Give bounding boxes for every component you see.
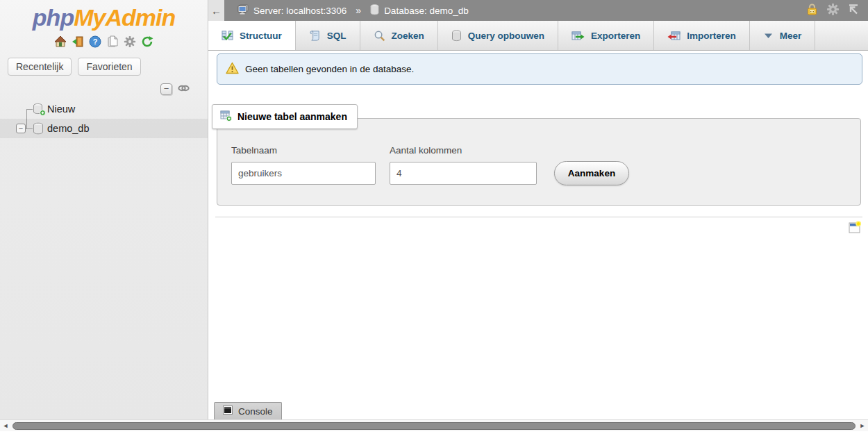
collapse-all-icon[interactable]: − xyxy=(160,83,172,95)
console-bar[interactable]: Console xyxy=(214,402,282,419)
tab-importeren[interactable]: Importeren xyxy=(654,21,750,50)
structure-icon xyxy=(222,30,233,42)
recent-button[interactable]: Recentelijk xyxy=(8,58,72,76)
scrollbar-thumb[interactable] xyxy=(12,422,856,430)
tree-controls: − xyxy=(160,83,190,95)
no-tables-notice: Geen tabellen gevonden in de database. xyxy=(217,53,862,85)
warning-icon xyxy=(226,62,239,76)
back-arrow-button[interactable]: ← xyxy=(208,0,224,21)
settings-icon[interactable] xyxy=(124,35,136,48)
gear-icon[interactable] xyxy=(826,3,840,18)
table-name-input[interactable] xyxy=(231,162,376,185)
tree-item-new[interactable]: Nieuw xyxy=(0,99,208,119)
database-icon xyxy=(33,122,44,137)
notice-text: Geen tabellen gevonden in de database. xyxy=(245,64,414,74)
sidebar-quick-buttons: Recentelijk Favorieten xyxy=(8,58,141,76)
horizontal-scrollbar[interactable]: ◄ ► xyxy=(0,419,868,431)
home-icon[interactable] xyxy=(54,35,67,48)
main-tabbar: Structuur SQL Zoeken Query opbouwen Expo… xyxy=(208,21,868,51)
column-count-input[interactable] xyxy=(390,162,537,185)
create-table-legend-label: Nieuwe tabel aanmaken xyxy=(237,111,347,122)
logo-php-part: php xyxy=(33,4,74,31)
topbar-right-icons xyxy=(806,3,868,18)
tree-item-database[interactable]: − demo_db xyxy=(0,119,208,138)
column-count-label: Aantal kolommen xyxy=(390,145,462,156)
tab-label: Zoeken xyxy=(392,31,424,41)
database-tree: Nieuw − demo_db xyxy=(0,99,208,138)
tab-zoeken[interactable]: Zoeken xyxy=(360,21,438,50)
tab-label: Exporteren xyxy=(591,31,640,41)
link-with-main-panel-icon[interactable] xyxy=(178,83,190,95)
favorites-button[interactable]: Favorieten xyxy=(78,58,140,76)
page-settings-window-icon[interactable] xyxy=(849,221,861,237)
tree-item-new-label: Nieuw xyxy=(47,103,75,115)
tab-structuur[interactable]: Structuur xyxy=(208,21,296,50)
console-icon xyxy=(223,406,233,417)
create-table-legend: Nieuwe tabel aanmaken xyxy=(212,104,358,129)
collapse-expander-icon[interactable]: − xyxy=(16,124,26,133)
chevron-down-icon xyxy=(763,31,774,40)
export-icon xyxy=(571,30,585,42)
phpmyadmin-logo[interactable]: phpMyAdmin xyxy=(0,4,208,31)
tab-label: SQL xyxy=(327,31,347,41)
navigation-sidebar: phpMyAdmin ? Recentelijk Favorieten − Ni… xyxy=(0,0,208,419)
import-icon xyxy=(667,30,681,42)
sidebar-icon-row: ? xyxy=(0,35,208,48)
main-content: Geen tabellen gevonden in de database. N… xyxy=(208,51,868,419)
breadcrumb-bar: ← Server: localhost:3306 » Database: dem… xyxy=(208,0,868,21)
tree-connector-line xyxy=(26,128,33,129)
tab-query-opbouwen[interactable]: Query opbouwen xyxy=(438,21,558,50)
new-database-icon xyxy=(33,103,46,118)
new-table-icon xyxy=(220,110,232,124)
tab-sql[interactable]: SQL xyxy=(296,21,360,50)
query-builder-icon xyxy=(451,30,462,42)
tree-item-database-label: demo_db xyxy=(47,123,89,134)
svg-text:?: ? xyxy=(93,37,98,46)
logout-icon[interactable] xyxy=(72,35,84,48)
content-divider xyxy=(215,217,862,217)
help-icon[interactable]: ? xyxy=(89,35,101,48)
scroll-left-arrow-icon[interactable]: ◄ xyxy=(0,420,11,432)
tab-exporteren[interactable]: Exporteren xyxy=(558,21,654,50)
breadcrumb: Server: localhost:3306 » Database: demo_… xyxy=(237,3,469,17)
logo-myadmin-part: MyAdmin xyxy=(74,4,175,31)
breadcrumb-server-link[interactable]: Server: localhost:3306 xyxy=(253,6,347,16)
database-icon xyxy=(370,4,379,17)
scroll-right-arrow-icon[interactable]: ► xyxy=(857,420,868,432)
lock-icon xyxy=(806,3,819,18)
create-table-fieldset: Tabelnaam Aantal kolommen Aanmaken xyxy=(217,118,861,206)
breadcrumb-separator: » xyxy=(356,5,361,16)
table-name-label: Tabelnaam xyxy=(231,145,277,156)
docs-icon[interactable] xyxy=(106,35,119,48)
tab-label: Meer xyxy=(780,31,802,41)
tab-label: Query opbouwen xyxy=(468,31,544,41)
phpmyadmin-window: phpMyAdmin ? Recentelijk Favorieten − Ni… xyxy=(0,0,868,434)
search-icon xyxy=(374,30,385,42)
tab-meer[interactable]: Meer xyxy=(750,21,816,50)
reload-icon[interactable] xyxy=(141,35,153,48)
tab-label: Structuur xyxy=(240,31,282,41)
create-table-button[interactable]: Aanmaken xyxy=(554,161,629,185)
tab-label: Importeren xyxy=(687,31,736,41)
tree-connector-line xyxy=(26,109,33,110)
breadcrumb-database-link[interactable]: Database: demo_db xyxy=(384,6,469,16)
collapse-top-icon[interactable] xyxy=(847,3,860,17)
sql-icon xyxy=(309,30,321,42)
server-icon xyxy=(237,3,249,17)
console-label: Console xyxy=(238,406,273,417)
